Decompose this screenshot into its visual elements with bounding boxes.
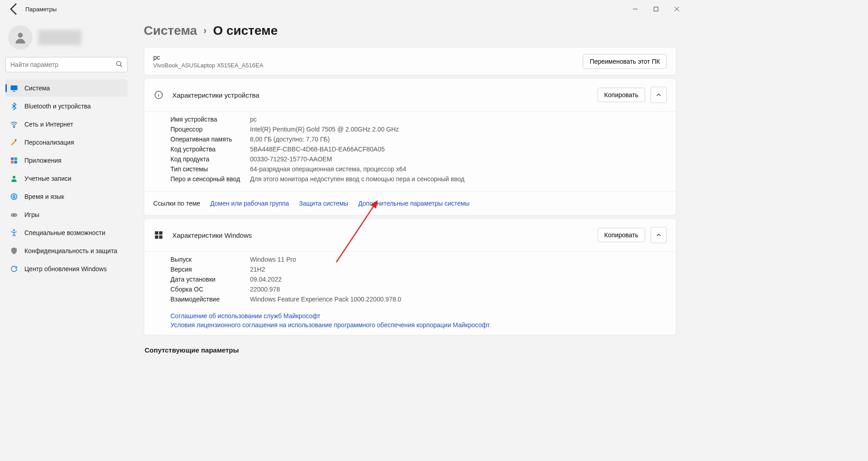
svg-rect-3 — [11, 85, 18, 90]
bluetooth-icon — [10, 102, 18, 110]
svg-rect-13 — [11, 213, 17, 217]
breadcrumb: Система › О системе — [144, 24, 676, 38]
svg-point-1 — [18, 33, 23, 38]
back-button[interactable] — [7, 2, 22, 16]
svg-rect-21 — [159, 235, 162, 239]
person-icon — [10, 174, 18, 183]
sidebar-item-gaming[interactable]: Игры — [5, 206, 127, 223]
rename-pc-button[interactable]: Переименовать этот ПК — [583, 54, 667, 69]
search-box[interactable] — [5, 57, 127, 72]
page-title: О системе — [213, 24, 278, 38]
svg-rect-10 — [14, 161, 17, 164]
search-input[interactable] — [10, 61, 116, 68]
update-icon — [10, 265, 18, 273]
sidebar: Система Bluetooth и устройства Сеть и Ин… — [0, 18, 133, 362]
spec-row: ПроцессорIntel(R) Pentium(R) Gold 7505 @… — [170, 124, 667, 134]
device-name: pc — [153, 54, 263, 61]
search-icon — [116, 61, 123, 69]
brush-icon — [10, 138, 18, 146]
device-specs-title: Характеристики устройства — [172, 91, 259, 99]
sidebar-item-bluetooth[interactable]: Bluetooth и устройства — [5, 98, 127, 115]
device-specs-card: Характеристики устройства Копировать Имя… — [144, 78, 676, 216]
svg-point-5 — [14, 127, 14, 127]
main-content: Система › О системе pc VivoBook_ASUSLapt… — [133, 18, 687, 362]
apps-icon — [10, 156, 18, 165]
svg-point-2 — [117, 61, 121, 66]
titlebar: Параметры — [0, 0, 687, 18]
sidebar-item-label: Bluetooth и устройства — [24, 103, 91, 110]
sidebar-item-label: Система — [24, 85, 50, 92]
device-specs-table: Имя устройстваpc ПроцессорIntel(R) Penti… — [144, 111, 676, 191]
svg-point-11 — [13, 176, 15, 179]
link-advanced-system[interactable]: Дополнительные параметры системы — [358, 200, 469, 207]
spec-row: Дата установки09.04.2022 — [170, 274, 667, 284]
device-name-card: pc VivoBook_ASUSLaptop X515EA_A516EA Пер… — [144, 47, 676, 75]
shield-icon — [10, 247, 18, 255]
sidebar-item-accessibility[interactable]: Специальные возможности — [5, 224, 127, 241]
copy-device-specs-button[interactable]: Копировать — [598, 88, 645, 102]
collapse-windows-specs-button[interactable] — [651, 227, 667, 243]
svg-rect-9 — [11, 161, 14, 164]
sidebar-item-label: Приложения — [24, 157, 61, 164]
sidebar-item-label: Персонализация — [24, 139, 74, 146]
windows-specs-title: Характеристики Windows — [172, 231, 252, 239]
spec-row: ВзаимодействиеWindows Feature Experience… — [170, 294, 667, 304]
collapse-device-specs-button[interactable] — [651, 87, 667, 103]
sidebar-item-label: Конфиденциальность и защита — [24, 247, 117, 254]
link-domain-workgroup[interactable]: Домен или рабочая группа — [210, 200, 289, 207]
svg-rect-7 — [11, 157, 14, 160]
spec-row: ВыпускWindows 11 Pro — [170, 254, 667, 264]
svg-point-14 — [12, 215, 13, 216]
chevron-right-icon: › — [203, 25, 207, 37]
spec-row: Код устройства5BA448EF-CBBC-4D68-BA1D-EA… — [170, 144, 667, 154]
sidebar-item-system[interactable]: Система — [5, 80, 127, 97]
device-model: VivoBook_ASUSLaptop X515EA_A516EA — [153, 62, 263, 69]
globe-clock-icon — [10, 193, 18, 201]
sidebar-item-label: Специальные возможности — [24, 229, 105, 236]
svg-point-16 — [13, 229, 15, 231]
sidebar-item-time-language[interactable]: Время и язык — [5, 188, 127, 205]
maximize-button[interactable] — [646, 0, 666, 18]
related-links-label: Ссылки по теме — [153, 200, 200, 207]
breadcrumb-parent[interactable]: Система — [144, 24, 197, 38]
spec-row: Перо и сенсорный вводДля этого монитора … — [170, 174, 667, 184]
windows-icon — [153, 230, 164, 240]
avatar — [8, 25, 33, 50]
gamepad-icon — [10, 211, 18, 219]
system-icon — [10, 84, 18, 92]
accessibility-icon — [10, 229, 18, 237]
link-ms-license-terms[interactable]: Условия лицензионного соглашения на испо… — [170, 321, 490, 329]
sidebar-item-label: Сеть и Интернет — [24, 121, 73, 128]
close-button[interactable] — [666, 0, 687, 18]
sidebar-item-network[interactable]: Сеть и Интернет — [5, 116, 127, 133]
copy-windows-specs-button[interactable]: Копировать — [598, 228, 645, 242]
sidebar-item-label: Учетные записи — [24, 175, 71, 182]
window-title: Параметры — [25, 6, 57, 13]
sidebar-item-update[interactable]: Центр обновления Windows — [5, 260, 127, 278]
svg-rect-4 — [13, 91, 15, 92]
svg-rect-19 — [159, 231, 162, 235]
related-params-heading: Сопутствующие параметры — [145, 346, 676, 354]
spec-row: Версия21H2 — [170, 264, 667, 274]
sidebar-item-label: Время и язык — [24, 193, 64, 200]
spec-row: Оперативная память8,00 ГБ (доступно: 7,7… — [170, 134, 667, 144]
svg-rect-18 — [155, 231, 158, 235]
sidebar-item-apps[interactable]: Приложения — [5, 152, 127, 169]
windows-specs-card: Характеристики Windows Копировать Выпуск… — [144, 218, 676, 335]
svg-rect-0 — [654, 7, 658, 11]
sidebar-item-personalization[interactable]: Персонализация — [5, 134, 127, 151]
profile-name-blurred — [38, 30, 81, 45]
spec-row: Сборка ОС22000.978 — [170, 284, 667, 294]
nav-list: Система Bluetooth и устройства Сеть и Ин… — [5, 80, 127, 278]
related-links-bar: Ссылки по теме Домен или рабочая группа … — [144, 191, 676, 215]
sidebar-item-accounts[interactable]: Учетные записи — [5, 170, 127, 187]
profile-block[interactable] — [5, 22, 127, 57]
info-icon — [153, 89, 164, 100]
spec-row: Имя устройстваpc — [170, 114, 667, 124]
link-ms-services-agreement[interactable]: Соглашение об использовании служб Майкро… — [170, 312, 321, 320]
link-system-protection[interactable]: Защита системы — [299, 200, 348, 207]
minimize-button[interactable] — [625, 0, 646, 18]
sidebar-item-privacy[interactable]: Конфиденциальность и защита — [5, 242, 127, 259]
windows-specs-table: ВыпускWindows 11 Pro Версия21H2 Дата уст… — [144, 251, 676, 311]
svg-rect-8 — [14, 157, 17, 160]
